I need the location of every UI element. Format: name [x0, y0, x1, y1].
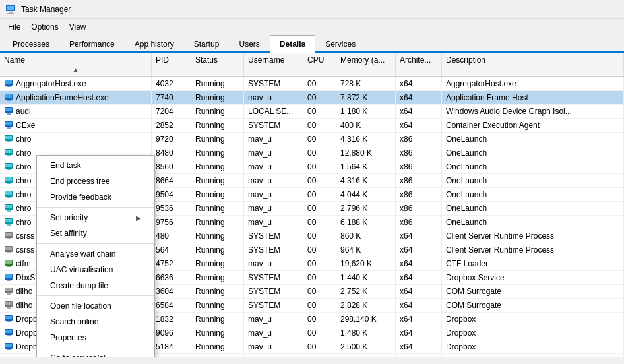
cell-status: Running	[191, 160, 244, 173]
svg-rect-57	[7, 321, 11, 322]
svg-rect-3	[7, 13, 14, 14]
cell-desc: OneLaunch	[442, 188, 624, 201]
table-row[interactable]: audi 7204 Running LOCAL SE... 00 1,180 K…	[0, 105, 624, 119]
col-pid[interactable]: PID	[152, 53, 191, 76]
cell-desc: COM Surrogate	[442, 285, 624, 298]
tab-processes[interactable]: Processes	[3, 35, 59, 53]
menu-file[interactable]: File	[3, 20, 26, 34]
table-row[interactable]: CExe 2852 Running SYSTEM 00 400 K x64 Co…	[0, 119, 624, 133]
cell-cpu: 00	[303, 105, 336, 118]
context-menu-item[interactable]: End task	[37, 158, 154, 173]
tab-startup[interactable]: Startup	[184, 35, 230, 53]
tab-app-history[interactable]: App history	[125, 35, 184, 53]
context-menu-item[interactable]: Create dump file	[37, 278, 154, 293]
cell-status: Running	[191, 326, 244, 340]
svg-rect-38	[5, 233, 12, 236]
col-arch[interactable]: Archite...	[396, 53, 442, 76]
context-menu-item[interactable]: Set priority▶	[37, 210, 154, 226]
cell-memory: 6,188 K	[336, 216, 396, 229]
context-menu-item[interactable]: Properties	[37, 330, 154, 346]
cell-cpu: 00	[303, 174, 336, 187]
svg-rect-33	[7, 210, 11, 212]
svg-rect-36	[7, 224, 11, 226]
cell-pid: 8664	[152, 174, 191, 187]
process-icon	[4, 231, 13, 241]
context-menu-item[interactable]: UAC virtualisation	[37, 262, 154, 278]
context-menu-separator	[37, 295, 154, 296]
svg-rect-18	[7, 141, 11, 142]
cell-desc: CTF Loader	[442, 257, 624, 270]
process-icon	[4, 176, 13, 185]
cell-arch: x64	[396, 119, 442, 132]
cell-pid: 9096	[152, 326, 191, 340]
cell-username: SYSTEM	[244, 285, 303, 298]
svg-rect-51	[7, 293, 11, 295]
svg-rect-11	[5, 108, 12, 111]
svg-rect-44	[5, 260, 12, 264]
cell-arch: x64	[396, 91, 442, 104]
svg-rect-59	[5, 330, 12, 333]
cell-desc: Client Server Runtime Process	[442, 243, 624, 257]
tab-details[interactable]: Details	[270, 35, 315, 53]
cell-cpu: 00	[303, 216, 336, 229]
cell-cpu: 00	[303, 160, 336, 173]
cell-pid: 8560	[152, 160, 191, 173]
menu-options[interactable]: Options	[26, 20, 63, 34]
cell-cpu: 00	[303, 229, 336, 243]
cell-username: mav_u	[244, 354, 303, 357]
cell-cpu: 00	[303, 354, 336, 357]
cell-arch: x86	[396, 133, 442, 146]
table-row[interactable]: AggregatorHost.exe 4032 Running SYSTEM 0…	[0, 77, 624, 91]
col-cpu[interactable]: CPU	[303, 53, 336, 76]
cell-pid: 4032	[152, 77, 191, 90]
svg-rect-20	[5, 150, 12, 153]
tab-services[interactable]: Services	[315, 35, 365, 53]
cell-pid: 9536	[152, 202, 191, 215]
tab-performance[interactable]: Performance	[59, 35, 125, 53]
cell-cpu: 00	[303, 91, 336, 104]
context-menu-item[interactable]: Go to service(s)	[37, 350, 154, 357]
cell-memory: 2,796 K	[336, 202, 396, 215]
col-name[interactable]: Name ▲	[0, 53, 152, 76]
cell-cpu: 00	[303, 257, 336, 270]
cell-status: Running	[191, 229, 244, 243]
process-icon	[4, 162, 13, 171]
context-menu-item[interactable]: Open file location	[37, 298, 154, 314]
cell-desc: OneLaunch	[442, 133, 624, 146]
menu-view[interactable]: View	[64, 20, 92, 34]
svg-rect-6	[7, 86, 11, 87]
col-username[interactable]: Username	[244, 53, 303, 76]
cell-arch: x64	[396, 313, 442, 326]
cell-desc: OneLaunch	[442, 146, 624, 160]
svg-rect-53	[5, 302, 12, 305]
cell-memory: 2,500 K	[336, 340, 396, 353]
context-menu-item[interactable]: Set affinity	[37, 226, 154, 241]
context-menu-item[interactable]: End process tree	[37, 173, 154, 189]
svg-rect-12	[7, 113, 11, 115]
col-desc[interactable]: Description	[442, 53, 624, 76]
cell-username: mav_u	[244, 133, 303, 146]
col-status[interactable]: Status	[191, 53, 244, 76]
context-menu-item[interactable]: Analyse wait chain	[37, 246, 154, 262]
context-menu: End taskEnd process treeProvide feedback…	[36, 155, 155, 357]
cell-username: mav_u	[244, 174, 303, 187]
tab-users[interactable]: Users	[229, 35, 269, 53]
cell-desc: Dropbox Service	[442, 271, 624, 284]
cell-cpu: 00	[303, 77, 336, 90]
cell-desc: COM Surrogate	[442, 299, 624, 312]
cell-arch: x86	[396, 188, 442, 201]
cell-username: mav_u	[244, 216, 303, 229]
cell-status: Running	[191, 285, 244, 298]
table-row[interactable]: chro 9720 Running mav_u 00 4,316 K x86 O…	[0, 133, 624, 146]
cell-desc: OneLaunch	[442, 216, 624, 229]
table-row[interactable]: ApplicationFrameHost.exe 7740 Running ma…	[0, 91, 624, 105]
svg-rect-45	[7, 266, 11, 267]
cell-pid: 5184	[152, 340, 191, 353]
context-menu-item[interactable]: Search online	[37, 314, 154, 330]
svg-rect-64	[5, 357, 13, 357]
col-memory[interactable]: Memory (a...	[336, 53, 396, 76]
cell-status: Running	[191, 105, 244, 118]
process-icon	[4, 245, 13, 255]
cell-desc: AggregatorHost.exe	[442, 77, 624, 90]
context-menu-item[interactable]: Provide feedback	[37, 189, 154, 205]
